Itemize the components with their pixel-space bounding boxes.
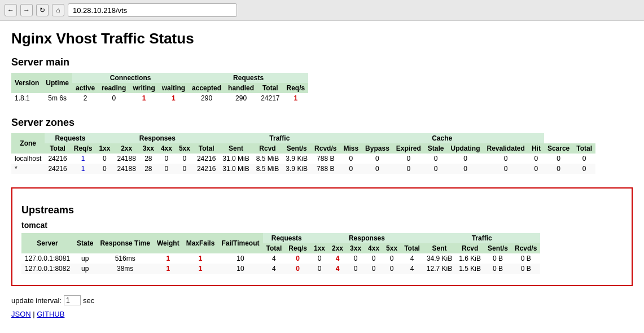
th-sz-rcvd: Rcvd (253, 143, 283, 154)
zone-cell: 24216 (194, 154, 219, 164)
zone-cell: 0 (340, 154, 362, 164)
upstream-cell: 0 (365, 264, 383, 274)
zone-cell: 0 (424, 154, 448, 164)
page-content: Nginx Vhost Traffic Status Server main V… (0, 21, 644, 327)
upstreams-heading: Upstreams (21, 204, 623, 216)
th-cache-group-sz: Cache (340, 133, 544, 143)
th-uptime: Uptime (42, 73, 72, 93)
upstream-cell: 0 (383, 253, 401, 264)
td-reading: 0 (98, 93, 129, 103)
zone-cell: 0 (362, 164, 393, 174)
td-total: 24217 (257, 93, 283, 103)
th-reqs: Req/s (283, 83, 309, 93)
zone-cell: 0 (528, 154, 544, 164)
server-main-table: Version Uptime Connections Requests acti… (11, 73, 308, 103)
github-link[interactable]: GITHUB (37, 310, 64, 318)
td-active: 2 (72, 93, 98, 103)
zone-cell: 0 (573, 154, 595, 164)
th-sz-stale: Stale (424, 143, 448, 154)
zone-cell: 0 (484, 164, 528, 174)
th-up-resp-4xx: 4xx (365, 243, 383, 253)
upstream-cell: up (73, 264, 97, 274)
upstream-cell: 4 (328, 264, 347, 274)
th-up-resp-3xx: 3xx (347, 243, 365, 253)
zone-cell: 24216 (45, 164, 70, 174)
zone-cell: 8.5 MiB (253, 154, 283, 164)
th-sz-1xx: 1xx (95, 143, 113, 154)
td-reqs: 1 (283, 93, 309, 103)
zone-row: localhost24216102418828002421631.0 MiB8.… (11, 154, 595, 164)
th-total: Total (257, 83, 283, 93)
upstream-cell: up (73, 253, 97, 264)
upstream-name: tomcat (21, 221, 623, 230)
th-version: Version (11, 73, 42, 93)
back-button[interactable]: ← (5, 4, 17, 16)
th-requests-group-sz: Requests (45, 133, 95, 143)
upstream-cell: 0 (365, 253, 383, 264)
th-requests-group: Requests (189, 73, 308, 83)
zone-cell: 0 (448, 164, 484, 174)
update-interval-label: update interval: (11, 296, 62, 305)
zone-cell: localhost (11, 154, 45, 164)
th-sz-expired: Expired (393, 143, 424, 154)
zone-cell: 0 (448, 154, 484, 164)
th-up-weight: Weight (154, 233, 183, 253)
th-up-resp-2xx: 2xx (328, 243, 347, 253)
th-up-responses-group: Responses (310, 233, 423, 243)
upstream-cell: 4 (328, 253, 347, 264)
zone-cell: 24216 (194, 164, 219, 174)
footer-links: JSON | GITHUB (11, 310, 633, 318)
upstream-cell: 0 B (511, 264, 540, 274)
th-writing: writing (129, 83, 158, 93)
upstream-cell: 1 (154, 264, 183, 274)
th-up-resp-5xx: 5xx (383, 243, 401, 253)
server-zones-heading: Server zones (11, 117, 633, 129)
th-sz-revalidated: Revalidated (484, 143, 528, 154)
zone-cell: 0 (424, 164, 448, 174)
th-up-req-reqs: Req/s (285, 243, 310, 253)
th-up-rcvds: Rcvd/s (511, 243, 540, 253)
th-sz-rtotal: Total (194, 143, 219, 154)
zone-cell: 0 (362, 154, 393, 164)
zone-cell: 3.9 KiB (282, 154, 311, 164)
address-bar[interactable] (68, 3, 237, 17)
zone-cell: 0 (528, 164, 544, 174)
th-zone: Zone (11, 133, 45, 154)
th-up-resp-total: Total (401, 243, 423, 253)
upstream-cell: 1 (183, 264, 218, 274)
browser-chrome: ← → ↻ ⌂ (0, 0, 644, 21)
sec-label: sec (83, 296, 94, 305)
th-sz-bypass: Bypass (362, 143, 393, 154)
interval-input[interactable] (64, 295, 81, 305)
zone-cell: 0 (340, 164, 362, 174)
zone-cell: 0 (95, 154, 113, 164)
th-up-traffic-group: Traffic (423, 233, 540, 243)
upstream-cell: 127.0.0.1:8082 (21, 264, 73, 274)
zone-cell: 28 (139, 164, 157, 174)
page-title: Nginx Vhost Traffic Status (11, 30, 633, 47)
zone-cell: 1 (71, 164, 96, 174)
zone-cell: 1 (71, 154, 96, 164)
th-sz-hit: Hit (528, 143, 544, 154)
zone-cell: 0 (95, 164, 113, 174)
upstream-cell: 10 (218, 253, 262, 264)
upstream-cell: 1 (183, 253, 218, 264)
upstream-cell: 0 (347, 253, 365, 264)
upstream-cell: 0 (310, 264, 328, 274)
upstream-cell: 10 (218, 264, 262, 274)
zone-cell: 0 (157, 154, 176, 164)
forward-button[interactable]: → (20, 4, 33, 16)
th-up-resptime: Response Time (97, 233, 153, 253)
upstream-cell: 1 (154, 253, 183, 264)
th-sz-5xx: 5xx (176, 143, 194, 154)
zone-cell: 24188 (113, 164, 139, 174)
reload-button[interactable]: ↻ (36, 4, 49, 16)
zone-cell: 0 (176, 154, 194, 164)
upstream-cell: 127.0.0.1:8081 (21, 253, 73, 264)
json-link[interactable]: JSON (11, 310, 31, 318)
th-up-sent: Sent (423, 243, 455, 253)
upstream-cell: 4 (401, 264, 423, 274)
th-up-requests-group: Requests (263, 233, 310, 243)
home-button[interactable]: ⌂ (52, 4, 64, 16)
server-main-table-container: Version Uptime Connections Requests acti… (11, 73, 633, 108)
